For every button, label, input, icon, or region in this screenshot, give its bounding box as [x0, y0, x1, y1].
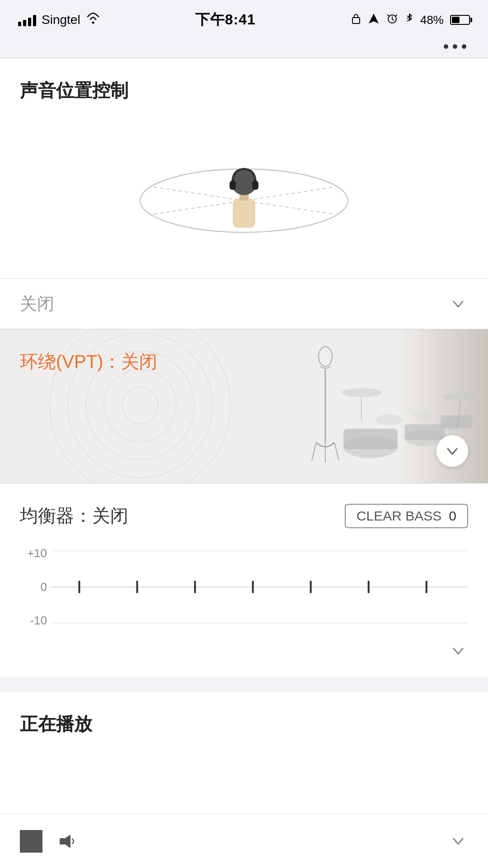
- svg-rect-7: [233, 198, 255, 228]
- drum-kit: [334, 357, 488, 483]
- eq-label: 均衡器：: [20, 506, 92, 525]
- svg-rect-26: [404, 424, 445, 440]
- svg-rect-10: [230, 181, 236, 190]
- svg-rect-24: [343, 429, 398, 449]
- alarm-icon: [386, 12, 399, 28]
- svg-point-31: [341, 388, 382, 397]
- sound-position-title: 声音位置控制: [20, 78, 468, 103]
- vpt-chevron-button[interactable]: [436, 435, 468, 467]
- status-right: 48%: [351, 12, 470, 28]
- svg-rect-11: [252, 181, 258, 190]
- svg-rect-30: [441, 415, 472, 428]
- playing-now-chevron[interactable]: [448, 831, 468, 851]
- clear-bass-value: 0: [449, 508, 456, 524]
- bottom-controls: [0, 814, 488, 868]
- vpt-value: 关闭: [121, 352, 157, 371]
- svg-point-0: [92, 21, 94, 23]
- bottom-left: [20, 830, 80, 853]
- volume-icon: [59, 833, 80, 850]
- lock-icon: [351, 12, 361, 28]
- svg-point-27: [375, 414, 402, 425]
- eq-graph: +10 0 -10: [20, 542, 468, 632]
- sound-position-illustration: [20, 119, 468, 246]
- more-options-button[interactable]: [444, 44, 466, 49]
- eq-graph-area: [52, 542, 468, 632]
- menu-dots-row: [0, 40, 488, 58]
- carrier-name: Singtel: [42, 13, 80, 27]
- eq-value: 关闭: [92, 506, 128, 525]
- bluetooth-icon: [405, 12, 414, 28]
- navigation-icon: [368, 13, 380, 28]
- svg-point-28: [413, 411, 436, 420]
- svg-point-17: [319, 347, 332, 366]
- wifi-icon: [86, 12, 100, 28]
- eq-y-labels: +10 0 -10: [20, 542, 52, 632]
- vpt-section: 环绕(VPT)：关闭: [0, 329, 488, 483]
- svg-rect-1: [352, 18, 360, 23]
- svg-point-33: [443, 393, 479, 401]
- sound-position-value: 关闭: [20, 292, 54, 315]
- sound-position-chevron[interactable]: [448, 294, 468, 314]
- stop-button[interactable]: [20, 830, 42, 853]
- svg-marker-2: [369, 14, 379, 23]
- playing-now-title: 正在播放: [20, 712, 468, 737]
- status-left: Singtel: [18, 12, 100, 28]
- gap-1: [0, 677, 488, 685]
- svg-point-15: [104, 369, 176, 441]
- eq-y-mid: 0: [20, 580, 52, 594]
- equalizer-section: 均衡器：关闭 CLEAR BASS 0 +10 0 -10: [0, 483, 488, 677]
- svg-line-21: [334, 442, 339, 460]
- position-svg: [117, 128, 371, 237]
- clear-bass-label: CLEAR BASS: [357, 508, 441, 524]
- signal-icon: [18, 14, 36, 26]
- eq-title: 均衡器：关闭: [20, 503, 128, 528]
- eq-y-top: +10: [20, 546, 52, 560]
- volume-button[interactable]: [59, 833, 80, 850]
- eq-graph-svg: [52, 542, 468, 632]
- battery-percent: 48%: [420, 13, 444, 27]
- svg-line-20: [312, 442, 316, 460]
- eq-dropdown-row[interactable]: [20, 637, 468, 664]
- status-bar: Singtel 下午8:41: [0, 0, 488, 40]
- vpt-label: 环绕(VPT)：: [20, 352, 121, 371]
- sound-position-dropdown[interactable]: 关闭: [0, 278, 488, 329]
- microphone-stand: [307, 343, 343, 469]
- svg-rect-45: [60, 838, 65, 845]
- eq-header: 均衡器：关闭 CLEAR BASS 0: [20, 503, 468, 528]
- sound-position-section: 声音位置控制: [0, 58, 488, 278]
- clear-bass-badge[interactable]: CLEAR BASS 0: [345, 504, 468, 528]
- eq-chevron-button[interactable]: [448, 641, 468, 661]
- svg-point-16: [122, 387, 158, 423]
- status-time: 下午8:41: [195, 10, 256, 30]
- battery-icon: [450, 15, 470, 25]
- eq-y-bot: -10: [20, 614, 52, 628]
